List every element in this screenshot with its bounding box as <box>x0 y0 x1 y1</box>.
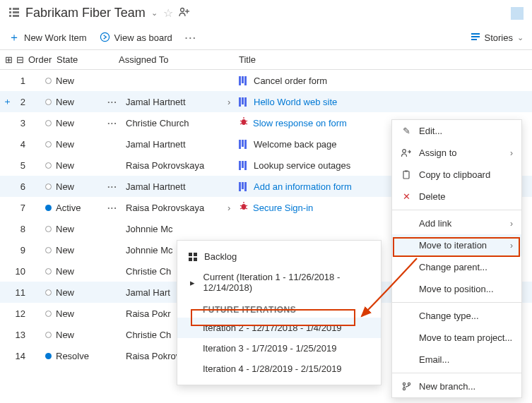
col-order[interactable]: Order <box>25 54 57 65</box>
state-text: New <box>56 245 74 255</box>
chevron-right-icon[interactable]: › <box>227 203 235 213</box>
svg-point-32 <box>403 383 405 385</box>
delete-x-icon: ✕ <box>401 191 412 202</box>
stories-filter[interactable]: Stories ⌄ <box>471 32 524 44</box>
new-work-item-label: New Work Item <box>24 32 87 43</box>
submenu-iteration-4[interactable]: Iteration 4 - 1/28/2019 - 2/15/2019 <box>177 359 381 379</box>
state-dot-icon <box>45 141 52 148</box>
title-text[interactable]: Secure Sign-in <box>253 203 313 213</box>
user-story-icon <box>239 182 249 191</box>
ctx-copy[interactable]: Copy to clipboard <box>392 164 521 186</box>
col-title[interactable]: Title <box>239 54 532 65</box>
title-text: Cancel order form <box>254 76 327 86</box>
state-dot-icon <box>45 247 52 253</box>
row-state: New <box>45 97 107 107</box>
chevron-right-icon: › <box>510 219 513 229</box>
ctx-chtype-label: Change type... <box>419 311 479 321</box>
submenu-iteration-3[interactable]: Iteration 3 - 1/7/2019 - 1/25/2019 <box>177 338 381 359</box>
svg-rect-0 <box>9 8 11 10</box>
state-dot-icon <box>45 162 52 169</box>
submenu-it4-label: Iteration 4 - 1/28/2019 - 2/15/2019 <box>203 363 342 374</box>
svg-line-21 <box>240 205 242 206</box>
ctx-new-branch[interactable]: New branch... <box>392 375 521 397</box>
row-actions-icon[interactable]: ··· <box>107 181 120 192</box>
row-state: New <box>45 139 107 150</box>
submenu-current[interactable]: ▸ Current (Iteration 1 - 11/26/2018 - 12… <box>177 267 381 298</box>
ctx-email[interactable]: Email... <box>392 349 521 371</box>
row-order: 13 <box>14 330 45 340</box>
submenu-backlog-label: Backlog <box>204 251 237 262</box>
row-order: 3 <box>14 118 45 128</box>
row-assigned: ···Jamal Hartnett <box>107 97 227 107</box>
ctx-edit[interactable]: ✎Edit... <box>392 120 521 142</box>
row-actions-icon[interactable]: ··· <box>107 203 120 213</box>
svg-rect-5 <box>13 15 19 17</box>
chevron-down-icon[interactable]: ⌄ <box>151 8 158 18</box>
team-name[interactable]: Fabrikam Fiber Team <box>25 6 146 20</box>
submenu-backlog[interactable]: Backlog <box>177 246 381 267</box>
toolbar-overflow[interactable]: ··· <box>185 32 197 43</box>
row-state: New <box>45 308 107 319</box>
ctx-change-parent[interactable]: Change parent... <box>392 256 521 278</box>
state-text: New <box>56 266 74 277</box>
user-story-icon <box>239 97 249 107</box>
row-order: 12 <box>14 308 45 319</box>
assigned-name: Christie Church <box>126 118 189 128</box>
row-order: 9 <box>14 245 45 255</box>
ctx-email-label: Email... <box>419 354 449 365</box>
title-text: Lookup service outages <box>254 160 350 171</box>
ctx-move-to-iteration[interactable]: Move to iteration› <box>392 234 521 256</box>
title-text[interactable]: Hello World web site <box>254 97 337 107</box>
triangle-right-icon: ▸ <box>189 277 196 288</box>
column-header: ⊞ ⊟ Order State Assigned To Title <box>0 50 532 70</box>
row-order: 7 <box>14 203 45 213</box>
ctx-add-link[interactable]: Add link› <box>392 212 521 234</box>
svg-rect-30 <box>403 172 409 179</box>
submenu-current-label: Current (Iteration 1 - 11/26/2018 - 12/1… <box>203 272 370 293</box>
expand-all-icon[interactable]: ⊞ <box>3 54 14 65</box>
submenu-it2-label: Iteration 2 - 12/17/2018 - 1/4/2019 <box>203 323 342 333</box>
col-state[interactable]: State <box>57 54 119 65</box>
ctx-move-to-team-project[interactable]: Move to team project... <box>392 327 521 349</box>
ctx-move-to-position[interactable]: Move to position... <box>392 278 521 300</box>
state-text: New <box>56 160 74 171</box>
svg-line-24 <box>246 208 247 209</box>
table-row[interactable]: 1NewCancel order form <box>0 70 532 91</box>
title-text[interactable]: Add an information form <box>254 181 352 192</box>
view-as-board-button[interactable]: View as board <box>100 32 172 44</box>
iteration-submenu: Backlog ▸ Current (Iteration 1 - 11/26/2… <box>177 240 382 385</box>
row-assigned: Johnnie Mc <box>107 224 227 234</box>
table-row[interactable]: ＋2New···Jamal Hartnett›Hello World web s… <box>0 91 532 112</box>
team-members-icon[interactable] <box>179 7 190 19</box>
row-actions-icon[interactable]: ··· <box>107 118 120 128</box>
title-text[interactable]: Slow response on form <box>253 118 347 128</box>
ctx-delete[interactable]: ✕Delete <box>392 186 521 207</box>
collapse-all-icon[interactable]: ⊟ <box>14 54 25 65</box>
row-order: 5 <box>14 160 45 171</box>
assigned-name: Jamal Hartnett <box>126 97 186 107</box>
persona-square-icon[interactable] <box>511 7 524 20</box>
team-header: Fabrikam Fiber Team ⌄ ☆ <box>0 0 532 26</box>
row-state: New <box>45 160 107 171</box>
svg-rect-27 <box>189 258 192 261</box>
row-title[interactable]: Cancel order form <box>227 76 532 86</box>
svg-rect-3 <box>13 11 19 13</box>
row-state: Resolve <box>45 351 107 361</box>
row-gutter[interactable]: ＋ <box>0 95 14 108</box>
col-assigned[interactable]: Assigned To <box>119 54 239 65</box>
board-arrow-icon <box>100 32 110 44</box>
row-state: New <box>45 287 107 298</box>
backlog-grid-icon <box>189 253 197 261</box>
new-work-item-button[interactable]: ＋ New Work Item <box>8 30 87 45</box>
row-title[interactable]: ›Hello World web site <box>227 97 532 107</box>
row-assigned: ···Jamal Hartnett <box>107 181 227 192</box>
ctx-change-type[interactable]: Change type... <box>392 305 521 327</box>
state-text: New <box>56 139 74 150</box>
row-actions-icon[interactable]: ··· <box>107 97 120 107</box>
submenu-iteration-2[interactable]: Iteration 2 - 12/17/2018 - 1/4/2019 <box>177 318 381 338</box>
favorite-star-icon[interactable]: ☆ <box>163 6 173 20</box>
svg-rect-12 <box>471 39 477 40</box>
state-text: New <box>56 118 74 128</box>
ctx-assign-to[interactable]: Assign to› <box>392 142 521 164</box>
chevron-right-icon[interactable]: › <box>227 97 235 107</box>
